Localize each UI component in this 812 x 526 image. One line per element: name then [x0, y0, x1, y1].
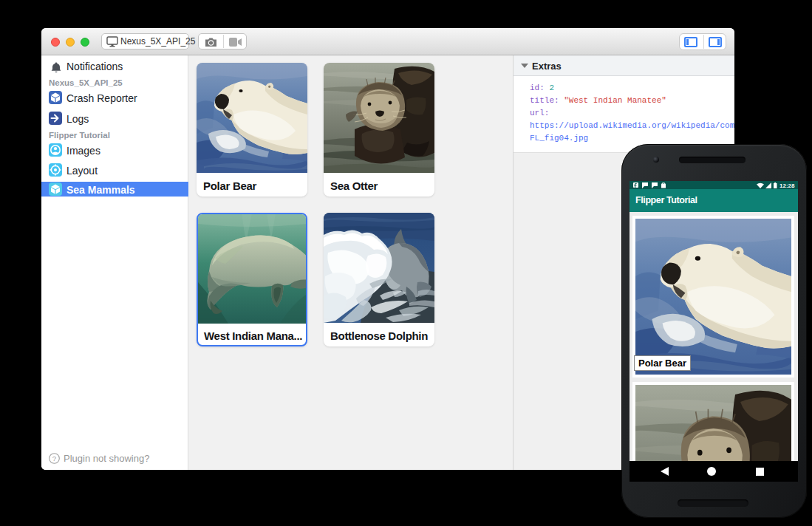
svg-text:?: ?	[52, 454, 56, 462]
svg-text:12:28: 12:28	[779, 182, 795, 188]
